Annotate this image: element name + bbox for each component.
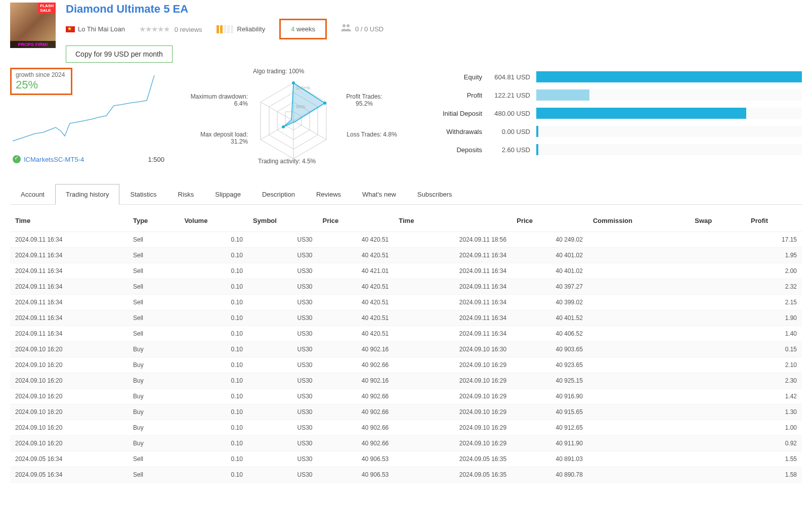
stat-value: 122.21 USD [488,91,536,99]
users-icon [341,24,351,34]
radar-profit: Profit Trades: 95.2% [339,93,390,107]
reliability-indicator: Reliability [217,25,266,33]
stat-label: Initial Deposit [425,110,488,117]
stat-bar [536,108,746,119]
provider-name: Lo Thi Mai Loan [78,25,125,33]
age-number: 4 [291,25,294,33]
tab-slippage[interactable]: Slippage [204,184,251,205]
shield-check-icon [13,155,21,163]
stat-row: Equity 604.81 USD [425,68,802,86]
stats-panel: Equity 604.81 USD Profit 122.21 USD Init… [425,68,802,169]
table-row[interactable]: 2024.09.11 16:34 Sell 0.10 US30 40 420.5… [10,279,802,295]
table-row[interactable]: 2024.09.10 16:20 Buy 0.10 US30 40 902.66… [10,357,802,373]
stat-value: 2.60 USD [488,146,536,154]
stat-label: Withdrawals [425,128,488,135]
radar-dd: Maximum drawdown: 6.4% [187,93,248,107]
stat-bar [536,89,589,101]
stat-row: Profit 122.21 USD [425,86,802,104]
table-row[interactable]: 2024.09.10 16:20 Buy 0.10 US30 40 902.66… [10,420,802,436]
stat-value: 0.00 USD [488,128,536,135]
growth-highlight: growth since 2024 25% [10,68,72,95]
col-price[interactable]: Price [511,210,588,232]
provider-link[interactable]: Lo Thi Mai Loan [66,25,125,33]
tab-reviews[interactable]: Reviews [306,184,352,205]
stat-label: Equity [425,73,488,81]
col-swap[interactable]: Swap [690,210,746,232]
trades-table: TimeTypeVolumeSymbolPriceTimePriceCommis… [10,210,802,483]
svg-point-0 [343,24,346,27]
radar-load: Max deposit load: 31.2% [187,131,248,145]
stat-bar-rail [536,71,802,82]
subscribers: 0 / 0 USD [341,24,383,34]
growth-label: growth since 2024 [16,71,65,78]
age-highlight: 4 weeks [279,19,327,39]
avatar-caption: PROPS FIRM! [10,41,56,48]
stat-row: Withdrawals 0.00 USD [425,122,802,141]
stat-label: Deposits [425,146,488,154]
radar-algo: Algo trading: 100% [253,68,304,75]
table-row[interactable]: 2024.09.10 16:20 Buy 0.10 US30 40 902.66… [10,389,802,404]
broker-link[interactable]: ICMarketsSC-MT5-4 [13,155,84,163]
table-row[interactable]: 2024.09.10 16:20 Buy 0.10 US30 40 902.66… [10,436,802,451]
col-price[interactable]: Price [318,210,394,232]
table-row[interactable]: 2024.09.05 16:34 Sell 0.10 US30 40 906.5… [10,451,802,467]
sale-badge: FLASHSALE [38,3,56,14]
tab-account[interactable]: Account [10,184,55,205]
col-profit[interactable]: Profit [746,210,802,232]
svg-point-1 [347,24,350,27]
stat-bar [536,71,802,82]
stat-bar-rail [536,144,802,155]
table-row[interactable]: 2024.09.11 16:34 Sell 0.10 US30 40 421.0… [10,263,802,279]
star-icon: ★★★★★ [139,25,169,33]
stat-row: Deposits 2.60 USD [425,141,802,159]
table-row[interactable]: 2024.09.10 16:20 Buy 0.10 US30 40 902.16… [10,342,802,357]
subscribers-text: 0 / 0 USD [355,25,383,33]
tab-risks[interactable]: Risks [167,184,205,205]
table-row[interactable]: 2024.09.05 16:34 Sell 0.10 US30 40 906.5… [10,467,802,483]
stat-bar-rail [536,89,802,101]
bars-icon [217,25,233,33]
stat-label: Profit [425,91,488,99]
rating[interactable]: ★★★★★ 0 reviews [139,25,202,34]
table-row[interactable]: 2024.09.11 16:34 Sell 0.10 US30 40 420.5… [10,310,802,326]
table-row[interactable]: 2024.09.11 16:34 Sell 0.10 US30 40 420.5… [10,295,802,310]
stat-bar-rail [536,126,802,137]
tab-what-s-new[interactable]: What's new [352,184,407,205]
tab-subscribers[interactable]: Subscribers [407,184,463,205]
copy-button[interactable]: Copy for 99 USD per month [66,45,173,63]
reliability-label: Reliability [237,25,266,33]
tab-statistics[interactable]: Statistics [119,184,167,205]
table-row[interactable]: 2024.09.11 16:34 Sell 0.10 US30 40 420.5… [10,232,802,248]
radar-chart: 100+% 50% Algo trading: 100% Profit Trad… [177,68,415,169]
col-time[interactable]: Time [10,210,128,232]
stat-value: 604.81 USD [488,73,536,81]
table-row[interactable]: 2024.09.11 16:34 Sell 0.10 US30 40 420.5… [10,248,802,263]
growth-value: 25% [16,78,65,91]
col-time[interactable]: Time [394,210,511,232]
svg-text:100+%: 100+% [296,85,310,90]
leverage: 1:500 [148,156,164,163]
col-commission[interactable]: Commission [588,210,690,232]
stat-value: 480.00 USD [488,110,536,117]
col-volume[interactable]: Volume [179,210,248,232]
stat-bar [536,144,538,155]
broker-name: ICMarketsSC-MT5-4 [24,156,84,163]
signal-title[interactable]: Diamond Ultimate 5 EA [66,3,383,16]
table-row[interactable]: 2024.09.10 16:20 Buy 0.10 US30 40 902.66… [10,404,802,420]
age-unit: weeks [296,25,315,33]
flag-icon [66,26,75,32]
stat-row: Initial Deposit 480.00 USD [425,104,802,122]
table-row[interactable]: 2024.09.11 16:34 Sell 0.10 US30 40 420.5… [10,326,802,342]
svg-point-13 [292,81,295,84]
col-symbol[interactable]: Symbol [248,210,318,232]
svg-point-14 [323,102,326,105]
col-type[interactable]: Type [128,210,179,232]
stat-bar [536,126,538,137]
stat-bar-rail [536,108,802,119]
tab-trading-history[interactable]: Trading history [55,184,120,205]
signal-avatar[interactable]: FLASHSALE PROPS FIRM! [10,3,56,48]
radar-activity: Trading activity: 4.5% [258,158,316,165]
tab-description[interactable]: Description [251,184,306,205]
table-row[interactable]: 2024.09.10 16:20 Buy 0.10 US30 40 902.16… [10,373,802,389]
svg-text:50%: 50% [296,104,305,109]
